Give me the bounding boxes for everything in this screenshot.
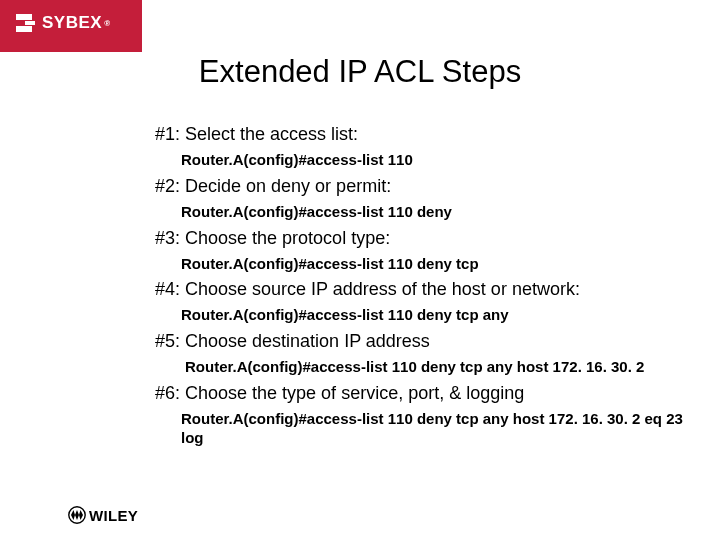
wiley-icon (68, 506, 86, 524)
wiley-logo: WILEY (68, 506, 138, 524)
step-heading: #3: Choose the protocol type: (155, 228, 698, 249)
step-command: Router.A(config)#access-list 110 deny tc… (181, 255, 698, 274)
step-heading: #1: Select the access list: (155, 124, 698, 145)
sybex-text: SYBEX (42, 13, 102, 33)
step-heading: #2: Decide on deny or permit: (155, 176, 698, 197)
steps-content: #1: Select the access list: Router.A(con… (155, 120, 698, 453)
sybex-logo: SYBEX ® (12, 12, 111, 34)
step-command: Router.A(config)#access-list 110 (181, 151, 698, 170)
step-command: Router.A(config)#access-list 110 deny tc… (181, 306, 698, 325)
step-heading: #5: Choose destination IP address (155, 331, 698, 352)
svg-rect-0 (25, 21, 35, 25)
page-title: Extended IP ACL Steps (0, 54, 720, 90)
sybex-icon (12, 12, 36, 34)
step-command: Router.A(config)#access-list 110 deny (181, 203, 698, 222)
step-command: Router.A(config)#access-list 110 deny tc… (181, 410, 698, 448)
registered-mark: ® (104, 19, 110, 28)
wiley-text: WILEY (89, 507, 138, 524)
step-command: Router.A(config)#access-list 110 deny tc… (185, 358, 698, 377)
step-heading: #4: Choose source IP address of the host… (155, 279, 698, 300)
step-heading: #6: Choose the type of service, port, & … (155, 383, 698, 404)
